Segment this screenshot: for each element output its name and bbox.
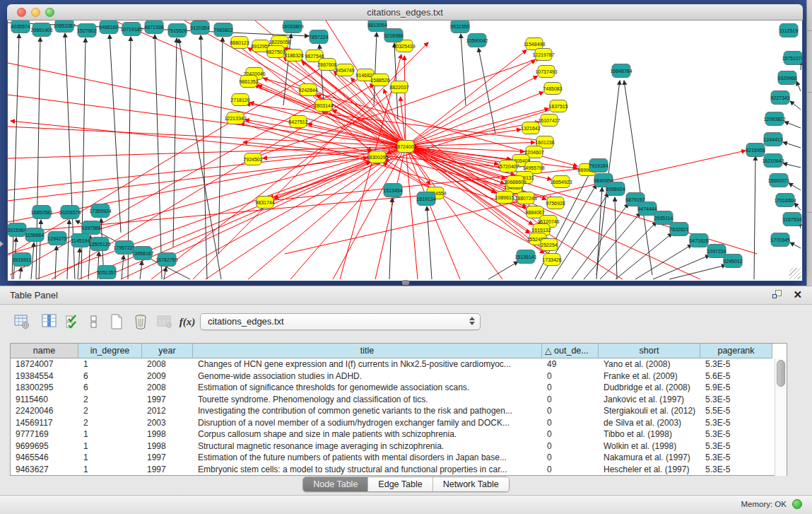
table-row[interactable]: 911546021997Tourette syndrome. Phenomeno… [11, 394, 772, 406]
column-header-short[interactable]: short [599, 344, 700, 358]
column-header-pagerank[interactable]: pagerank [700, 344, 772, 358]
table-row[interactable]: 946362711997Embryonic stem cells: a mode… [11, 464, 772, 476]
table-row[interactable]: 977716911998Corpus callosum shape and si… [11, 428, 772, 440]
graph-node[interactable]: 2718120 [230, 94, 249, 106]
graph-node[interactable]: 7919184 [589, 159, 608, 173]
graph-node[interactable]: 10688609 [504, 176, 526, 188]
graph-node[interactable]: 1089615 [495, 192, 514, 204]
table-row[interactable]: 946554611997Estimation of the future num… [11, 452, 772, 464]
graph-node[interactable]: 1733426 [542, 254, 561, 266]
graph-node[interactable]: 10653287 [53, 21, 75, 33]
graph-node[interactable]: 15751074 [782, 52, 802, 65]
table-settings-icon[interactable] [11, 311, 33, 332]
tab-edge-table[interactable]: Edge Table [368, 477, 433, 491]
graph-node[interactable]: 8958924 [606, 182, 625, 196]
scrollbar-thumb[interactable] [777, 360, 785, 387]
memory-ok-indicator[interactable] [792, 499, 802, 509]
graph-node[interactable]: 16782759 [155, 253, 177, 267]
graph-node[interactable]: 1527602 [77, 24, 96, 37]
column-header-title[interactable]: title [193, 344, 542, 358]
graph-node[interactable]: 7515526 [167, 24, 187, 37]
graph-node[interactable]: 1244413 [763, 133, 782, 146]
window-titlebar[interactable]: citations_edges.txt [7, 4, 803, 21]
graph-node[interactable]: 7857224 [309, 30, 328, 44]
graph-node[interactable]: 6466160 [99, 21, 118, 34]
vertical-scrollbar[interactable] [775, 358, 787, 476]
table-row[interactable]: 969969511998Structural magnetic resonanc… [11, 440, 772, 452]
graph-node[interactable]: 9861352 [239, 76, 258, 88]
graph-node[interactable]: 1513454 [383, 184, 402, 197]
graph-node[interactable]: 1294275 [47, 232, 66, 245]
graph-node[interactable]: 8186328 [284, 49, 303, 62]
graph-node[interactable]: 2867608 [317, 59, 336, 71]
graph-node[interactable]: 10590042 [466, 34, 488, 47]
table-row[interactable]: 2242004622012Investigating the contribut… [11, 405, 772, 417]
graph-node[interactable]: 1167534 [783, 213, 802, 226]
graph-node[interactable]: 5051357 [97, 266, 116, 279]
column-header-year[interactable]: year [142, 344, 193, 358]
graph-hub-node[interactable]: 18724007 [394, 141, 416, 153]
splitter-handle[interactable] [402, 280, 409, 285]
graph-node[interactable]: 9474444 [637, 202, 657, 216]
graph-node[interactable]: 7963822 [213, 23, 233, 37]
graph-node[interactable]: 10719185 [120, 23, 142, 36]
graph-node[interactable]: 3915911 [13, 253, 32, 267]
graph-node[interactable]: 1145194 [71, 234, 90, 247]
graph-node[interactable]: 13505135 [88, 238, 110, 251]
graph-node[interactable]: 16654923 [550, 176, 572, 188]
table-row[interactable]: 1830029562008Estimation of significance … [11, 382, 772, 394]
new-table-icon[interactable] [106, 311, 127, 332]
graph-node[interactable]: 2803144 [314, 100, 333, 112]
graph-node[interactable]: 9218986 [384, 29, 403, 42]
graph-node[interactable]: 8813054 [367, 21, 387, 32]
graph-node[interactable]: 16033809 [281, 21, 303, 33]
graph-node[interactable]: 16850581 [30, 206, 52, 219]
graph-node[interactable]: 1321642 [521, 122, 540, 134]
graph-node[interactable]: 15136141 [514, 250, 536, 264]
graph-node[interactable]: 16107427 [538, 115, 560, 127]
close-panel-icon[interactable]: ✕ [793, 289, 802, 300]
graph-node[interactable]: 20206576 [59, 206, 81, 219]
graph-node[interactable]: 8215958 [746, 144, 765, 157]
graph-node[interactable]: 9397588 [81, 221, 100, 235]
graph-node[interactable]: 11548498 [524, 38, 546, 50]
graph-node[interactable]: 10737493 [535, 66, 557, 78]
graph-node[interactable]: 17359924 [89, 204, 111, 218]
graph-node[interactable]: 9120354 [190, 21, 209, 35]
function-builder-icon[interactable]: f(x) [177, 311, 198, 332]
delete-table-icon[interactable] [130, 311, 151, 332]
graph-node[interactable]: 12093822 [763, 112, 785, 126]
graph-node[interactable]: 9827503 [266, 46, 285, 58]
table-row[interactable]: 1938455462009Genome-wide association stu… [11, 370, 772, 382]
graph-node[interactable]: 7485083 [543, 83, 562, 95]
column-header-out_de[interactable]: △ out_de... [542, 344, 599, 358]
graph-node[interactable]: 1097234 [707, 245, 726, 258]
select-rows-icon[interactable] [62, 311, 83, 332]
graph-node[interactable]: 12219787 [532, 49, 554, 61]
network-canvas[interactable]: 8860123891295518226058982750381863289827… [8, 21, 802, 281]
graph-node[interactable]: 4671938 [144, 21, 163, 34]
tab-node-table[interactable]: Node Table [303, 477, 368, 491]
graph-node[interactable]: 1837515 [548, 100, 567, 112]
tab-network-table[interactable]: Network Table [433, 477, 509, 491]
graph-node[interactable]: 2935114 [654, 211, 673, 225]
graph-node[interactable]: 8822037 [389, 81, 408, 93]
graph-node[interactable]: 1156864 [25, 228, 45, 242]
table-row[interactable]: 1456911722003Disruption of a novel membe… [11, 417, 772, 429]
graph-node[interactable]: 20691406 [30, 23, 52, 37]
graph-node[interactable]: 4035574 [11, 21, 30, 33]
graph-node[interactable]: 13958167 [131, 247, 153, 260]
graph-node[interactable]: 15692071 [767, 174, 789, 187]
table-selector-dropdown[interactable]: citations_edges.txt [200, 313, 481, 330]
graph-node[interactable]: 8860123 [230, 37, 249, 49]
graph-node[interactable]: 9831744 [255, 197, 274, 209]
graph-node[interactable]: 1112519 [779, 24, 798, 37]
graph-node[interactable]: 7924502 [243, 153, 262, 165]
graph-node[interactable]: 15720407 [497, 160, 519, 173]
graph-node[interactable]: 18807243 [514, 192, 536, 204]
graph-node[interactable]: 9227343 [770, 91, 789, 105]
graph-node[interactable]: 9756928 [546, 197, 565, 209]
graph-node[interactable]: 7632621 [669, 223, 688, 236]
graph-node[interactable]: 1619134 [416, 192, 435, 206]
graph-node[interactable]: 16648784 [610, 64, 632, 78]
